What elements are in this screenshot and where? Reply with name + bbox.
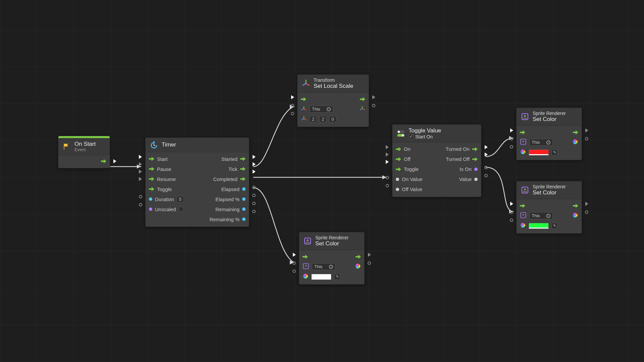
data-port-out[interactable]	[474, 168, 478, 171]
data-port-in[interactable]	[386, 176, 389, 179]
data-port-in[interactable]	[149, 207, 152, 211]
data-port-out[interactable]	[252, 194, 256, 197]
exec-out-icon[interactable]	[573, 204, 578, 208]
exec-port-in[interactable]	[386, 160, 389, 164]
exec-port-out[interactable]	[585, 202, 588, 206]
data-port-out[interactable]	[484, 166, 488, 169]
data-port-out[interactable]	[242, 187, 246, 191]
exec-out-icon[interactable]	[472, 157, 478, 161]
exec-out-icon[interactable]	[360, 97, 365, 101]
color-swatch[interactable]	[529, 223, 549, 229]
data-port-out[interactable]	[242, 218, 246, 221]
exec-port-out[interactable]	[113, 159, 116, 163]
node-set-color[interactable]: Sprite RendererSet Color This ✎	[516, 108, 582, 160]
exec-in-icon[interactable]	[303, 255, 308, 259]
exec-in-icon[interactable]	[301, 97, 306, 101]
data-port-in[interactable]	[139, 203, 142, 206]
exec-in-icon[interactable]	[149, 187, 154, 191]
exec-port-in[interactable]	[139, 170, 142, 174]
exec-in-icon[interactable]	[149, 167, 154, 171]
object-picker-icon[interactable]	[329, 265, 333, 269]
exec-out-icon[interactable]	[240, 167, 246, 171]
data-port-in[interactable]	[292, 269, 296, 273]
node-on-start[interactable]: On Start Event	[58, 136, 110, 168]
data-port-out[interactable]	[242, 197, 246, 201]
data-port-out[interactable]	[242, 207, 246, 211]
target-field[interactable]: This	[529, 139, 553, 146]
data-port-out[interactable]	[484, 174, 488, 177]
node-set-color[interactable]: Sprite Renderer Set Color This ✎	[299, 232, 365, 285]
data-port-out[interactable]	[474, 178, 478, 181]
node-set-color[interactable]: Sprite RendererSet Color This ✎	[516, 181, 582, 234]
data-port-in[interactable]	[396, 188, 399, 191]
data-port-in[interactable]	[510, 219, 513, 222]
data-port-in[interactable]	[139, 195, 142, 198]
node-set-local-scale[interactable]: Transform Set Local Scale This 2 2 0	[297, 74, 369, 127]
exec-in-icon[interactable]	[396, 147, 401, 151]
exec-out-icon[interactable]	[573, 130, 578, 134]
exec-port-in[interactable]	[510, 202, 513, 206]
exec-out-icon[interactable]	[356, 255, 361, 259]
data-port-in[interactable]	[510, 137, 513, 140]
color-swatch[interactable]	[529, 149, 549, 156]
node-timer[interactable]: Timer Start Started Pause Tick Resume Co…	[145, 137, 249, 227]
data-port-in[interactable]	[396, 178, 399, 181]
exec-port-out[interactable]	[253, 155, 256, 159]
exec-port-out[interactable]	[253, 170, 256, 174]
object-picker-icon[interactable]	[546, 140, 550, 144]
data-port-in[interactable]	[291, 112, 294, 115]
exec-in-icon[interactable]	[520, 204, 525, 208]
exec-port-out[interactable]	[372, 95, 375, 99]
exec-in-icon[interactable]	[396, 167, 401, 171]
exec-port-out[interactable]	[253, 162, 256, 166]
vec-y-field[interactable]: 2	[319, 116, 326, 122]
exec-out-icon[interactable]	[240, 157, 246, 161]
duration-field[interactable]: 5	[177, 196, 184, 202]
node-toggle-value[interactable]: Toggle Value Start On On Turned On Off T…	[392, 124, 481, 197]
exec-in-icon[interactable]	[149, 157, 154, 161]
data-port-out[interactable]	[372, 104, 375, 107]
data-port-in[interactable]	[291, 104, 294, 107]
data-port-in[interactable]	[149, 197, 152, 201]
exec-port-in[interactable]	[510, 128, 513, 132]
exec-port-in[interactable]	[386, 153, 389, 157]
exec-port-out[interactable]	[485, 145, 488, 149]
target-field[interactable]: This	[310, 106, 333, 113]
data-port-in[interactable]	[510, 145, 513, 148]
exec-port-in[interactable]	[291, 95, 294, 99]
data-port-out[interactable]	[585, 137, 588, 140]
exec-out-icon[interactable]	[240, 177, 246, 181]
exec-out-icon[interactable]	[101, 159, 106, 163]
data-port-out[interactable]	[252, 186, 256, 189]
eyedropper-icon[interactable]: ✎	[551, 223, 557, 229]
data-port-out[interactable]	[252, 210, 256, 213]
data-port-out[interactable]	[585, 210, 588, 214]
eyedropper-icon[interactable]: ✎	[334, 274, 340, 280]
data-port-in[interactable]	[292, 261, 296, 265]
exec-port-out[interactable]	[485, 153, 488, 157]
vec-z-field[interactable]: 0	[329, 116, 336, 122]
exec-in-icon[interactable]	[396, 157, 401, 161]
data-port-in[interactable]	[386, 184, 389, 187]
object-picker-icon[interactable]	[327, 107, 331, 111]
exec-port-in[interactable]	[139, 155, 142, 159]
exec-port-out[interactable]	[368, 253, 371, 257]
vec-x-field[interactable]: 2	[310, 116, 317, 122]
object-picker-icon[interactable]	[546, 214, 550, 218]
eyedropper-icon[interactable]: ✎	[551, 149, 557, 156]
exec-port-in[interactable]	[139, 177, 142, 181]
data-port-out[interactable]	[252, 202, 256, 205]
exec-port-in[interactable]	[293, 253, 296, 257]
exec-in-icon[interactable]	[520, 130, 525, 134]
data-port-out[interactable]	[368, 261, 371, 265]
exec-port-out[interactable]	[585, 128, 588, 132]
color-swatch[interactable]	[311, 274, 331, 280]
target-field[interactable]: This	[312, 263, 335, 270]
data-port-in[interactable]	[510, 210, 513, 214]
exec-out-icon[interactable]	[472, 147, 478, 151]
target-field[interactable]: This	[529, 212, 553, 219]
exec-in-icon[interactable]	[149, 177, 154, 181]
unscaled-checkbox[interactable]	[179, 207, 183, 212]
start-on-checkbox[interactable]	[409, 134, 413, 139]
node-graph-canvas[interactable]: On Start Event Timer Start Started Pause…	[0, 0, 644, 362]
